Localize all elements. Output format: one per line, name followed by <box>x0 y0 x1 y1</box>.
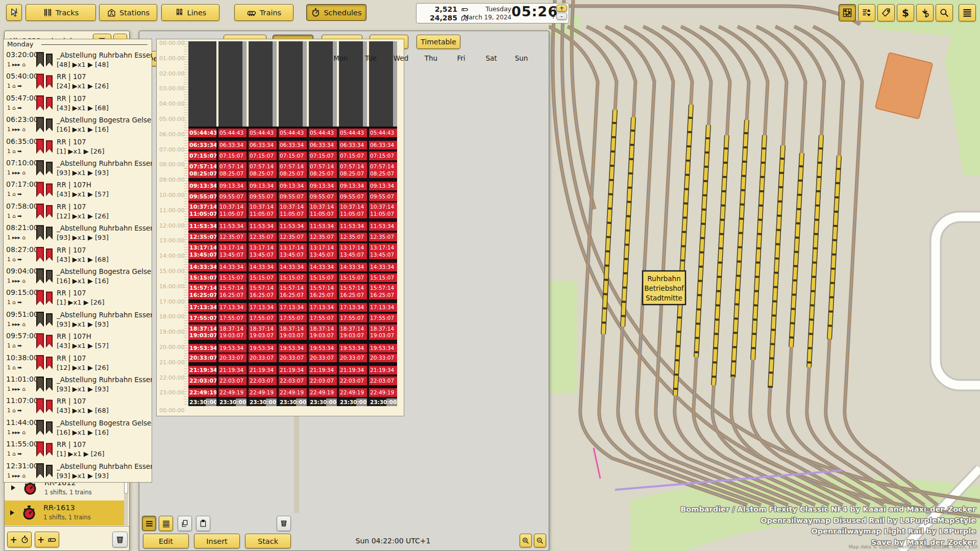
finances-button[interactable]: $ <box>897 4 914 21</box>
order-detail: [93] ▶x1 ▶ [93] <box>57 385 109 393</box>
order-row[interactable]: 07:17:00 1 ⌂ ➡ RR | 107H [43] ▶x1 ▶ [57] <box>4 180 152 202</box>
tag-icon <box>881 8 891 18</box>
speed-down-button[interactable]: - <box>556 13 567 20</box>
workshop-button[interactable] <box>916 4 934 21</box>
order-row[interactable]: 12:31:00 1 ▸▸▸ ⌂ _Abstellung Ruhrbahn Es… <box>4 462 152 483</box>
mod-credits: Bombardier / Alstom Flexity Classic NF4 … <box>680 504 976 548</box>
line-badge-icon <box>46 270 53 283</box>
order-row[interactable]: 09:57:00 1 ⌂ ➡ RR | 107H [43] ▶x1 ▶ [57] <box>4 332 152 353</box>
order-row[interactable]: 08:27:00 1 ⌂ ➡ RR | 107 [43] ▶x1 ▶ [68] <box>4 245 152 267</box>
edit-order-button[interactable]: Edit <box>143 534 189 548</box>
order-line-name: RR | 107H <box>57 181 91 189</box>
timetable-departure-band: 19:53:3419:53:3419:53:3419:53:3419:53:34… <box>188 344 397 353</box>
delete-schedule-button[interactable] <box>112 532 128 547</box>
order-detail: [16] ▶x1 ▶ [16] <box>57 277 109 285</box>
map-canvas[interactable]: Ruhrbahn Betriebshof Stadtmitte <box>549 0 980 551</box>
view-detailed-button[interactable] <box>159 516 173 531</box>
delete-order-button[interactable] <box>277 516 291 531</box>
order-row[interactable]: 09:04:00 1 ▸▸▸ ⌂ _Abstellung Bogestra Ge… <box>4 267 152 288</box>
order-row[interactable]: 09:15:00 1 ⌂ ➡ RR | 107 [1] ▶x1 ▶ [26] <box>4 288 152 310</box>
sort-button[interactable] <box>858 4 875 21</box>
hour-label: 09:00:00 <box>159 177 184 183</box>
order-detail: [43] ▶x1 ▶ [68] <box>57 256 109 263</box>
line-badge-icon <box>46 443 53 456</box>
tab-timetable[interactable]: Timetable <box>416 35 460 49</box>
insert-order-button[interactable]: Insert <box>194 534 240 548</box>
lines-mode-button[interactable]: Lines <box>161 4 219 21</box>
menu-button[interactable] <box>959 4 976 21</box>
timetable-zoom-out-button[interactable] <box>534 534 546 547</box>
order-line-name: _Abstellung Ruhrbahn Essen <box>57 224 152 232</box>
order-detail: [43] ▶x1 ▶ [57] <box>57 190 109 198</box>
trains-mode-button[interactable]: Trains <box>234 4 293 21</box>
order-row[interactable]: 06:23:00 1 ▸▸▸ ⌂ _Abstellung Bogestra Ge… <box>4 115 152 137</box>
hour-label: 07:00:00 <box>159 146 184 153</box>
timetable-zoom-in-button[interactable] <box>520 534 532 547</box>
timetable-night-column <box>188 41 216 127</box>
svg-text:Betriebshof: Betriebshof <box>644 284 684 292</box>
timetable-departure-band: 05:44:4305:44:4305:44:4305:44:4305:44:43… <box>188 129 397 137</box>
order-row[interactable]: 07:58:00 1 ⌂ ➡ RR | 107 [12] ▶x1 ▶ [26] <box>4 202 152 223</box>
line-badge-icon <box>46 97 53 110</box>
paste-orders-button[interactable] <box>196 516 210 531</box>
order-row[interactable]: 09:51:00 1 ▸▸▸ ⌂ _Abstellung Ruhrbahn Es… <box>4 310 152 332</box>
stack-order-button[interactable]: Stack <box>245 534 291 548</box>
map-area[interactable]: Ruhrbahn Betriebshof Stadtmitte Bombardi… <box>549 0 980 551</box>
line-badge-icon <box>36 204 44 219</box>
stations-mode-button[interactable]: Stations <box>99 4 157 21</box>
weekday-section-label: Monday <box>7 40 33 48</box>
order-row[interactable]: 11:01:00 1 ▸▸▸ ⌂ _Abstellung Ruhrbahn Es… <box>4 375 152 396</box>
line-badge-icon <box>36 333 44 348</box>
order-row[interactable]: 03:20:00 1 ▸▸▸ ⌂ _Abstellung Ruhrbahn Es… <box>4 51 152 72</box>
line-badge-icon <box>46 140 53 153</box>
inspect-tool-button[interactable]: i <box>6 4 22 21</box>
order-time: 11:07:00 <box>6 396 38 405</box>
order-row[interactable]: 06:35:00 1 ⌂ ➡ RR | 107 [1] ▶x1 ▶ [26] <box>4 137 152 159</box>
order-row[interactable]: 05:47:00 1 ⌂ ➡ RR | 107 [43] ▶x1 ▶ [68] <box>4 94 152 115</box>
search-button[interactable] <box>936 4 953 21</box>
order-row[interactable]: 11:44:00 1 ▸▸▸ ⌂ _Abstellung Bogestra Ge… <box>4 418 152 440</box>
order-line-name: RR | 107 <box>57 94 86 103</box>
line-badge-icon <box>36 312 44 327</box>
tracks-mode-button[interactable]: Tracks <box>26 4 96 21</box>
order-flags: 1 ⌂ ➡ <box>7 299 22 305</box>
order-row[interactable]: 10:38:00 1 ⌂ ➡ RR | 107 [12] ▶x1 ▶ [26] <box>4 354 152 375</box>
hour-label: 03:00:00 <box>159 85 184 92</box>
order-row[interactable]: 07:10:00 1 ▸▸▸ ⌂ _Abstellung Ruhrbahn Es… <box>4 159 152 180</box>
order-time: 06:35:00 <box>6 137 38 145</box>
order-list[interactable]: Monday 03:20:00 1 ▸▸▸ ⌂ _Abstellung Ruhr… <box>3 39 152 483</box>
paste-icon <box>199 519 207 528</box>
view-compact-button[interactable] <box>142 516 156 531</box>
station-count: 24,285 <box>423 14 457 22</box>
expand-arrow-icon[interactable] <box>10 510 14 515</box>
order-time: 09:15:00 <box>6 288 38 296</box>
order-row[interactable]: 05:40:00 1 ⌂ ➡ RR | 107 [24] ▶x1 ▶ [26] <box>4 72 152 93</box>
section-divider <box>41 44 148 45</box>
order-line-name: RR | 107 <box>57 72 86 81</box>
line-badge-icon <box>36 52 44 67</box>
tags-button[interactable] <box>877 4 895 21</box>
copy-orders-button[interactable] <box>178 516 192 531</box>
speed-up-button[interactable]: + <box>556 5 567 12</box>
schedules-mode-button[interactable]: Schedules <box>306 4 366 21</box>
order-row[interactable]: 11:07:00 1 ⌂ ➡ RR | 107 [43] ▶x1 ▶ [68] <box>4 396 152 418</box>
map-style-button[interactable] <box>839 4 856 21</box>
line-badge-icon <box>46 378 53 391</box>
search-icon <box>939 8 949 18</box>
order-row[interactable]: 11:55:00 1 ⌂ ➡ RR | 107 [1] ▶x1 ▶ [26] <box>4 440 152 461</box>
order-time: 03:20:00 <box>6 51 38 59</box>
add-train-button[interactable]: + <box>35 532 59 547</box>
weekly-timetable[interactable]: 00:00:0001:00:0002:00:0003:00:0004:00:00… <box>156 39 404 416</box>
money-icon: $ <box>902 7 909 19</box>
expand-arrow-icon[interactable] <box>11 485 15 490</box>
add-schedule-button[interactable]: + <box>7 532 32 547</box>
menu-icon <box>962 8 972 18</box>
order-row[interactable]: 08:21:00 1 ▸▸▸ ⌂ _Abstellung Ruhrbahn Es… <box>4 223 152 245</box>
hour-label: 18:00:00 <box>159 313 184 320</box>
line-badge-icon <box>46 54 53 66</box>
schedule-row[interactable]: RR-1613 1 shifts, 1 trains <box>5 500 128 525</box>
line-badge-icon <box>46 399 53 412</box>
order-time: 11:55:00 <box>6 440 38 448</box>
line-badge-icon <box>36 73 44 89</box>
schedule-info: 1 shifts, 1 trains <box>43 514 91 521</box>
